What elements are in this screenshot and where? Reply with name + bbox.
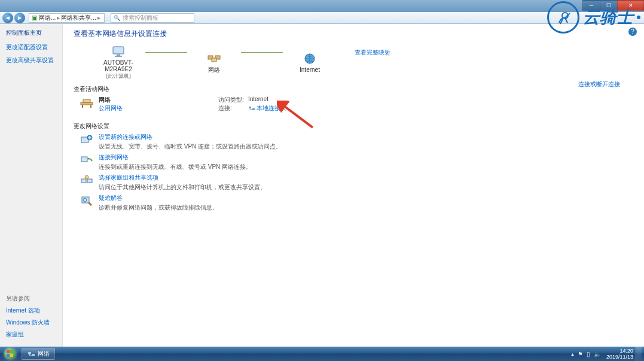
sidebar-footer-label: 另请参阅 [6, 295, 56, 303]
maximize-button[interactable]: ☐ [600, 0, 618, 11]
task-connect-link[interactable]: 连接到网络 [99, 153, 252, 162]
svg-rect-26 [7, 354, 10, 357]
map-line [145, 52, 187, 53]
task-row: 连接到网络 连接到或重新连接到无线、有线、拨号或 VPN 网络连接。 [80, 153, 633, 171]
help-icon[interactable]: ? [628, 28, 637, 36]
node-internet: Internet [283, 52, 337, 73]
control-panel-icon: ▣ [32, 14, 37, 21]
tray-volume-icon[interactable]: 🔈 [594, 351, 601, 357]
svg-rect-0 [113, 47, 124, 54]
sidebar-item-homegroup[interactable]: 家庭组 [6, 330, 56, 339]
svg-rect-18 [81, 179, 86, 183]
access-type-label: 访问类型: [218, 96, 248, 104]
svg-point-20 [85, 175, 88, 179]
troubleshoot-icon [80, 194, 94, 208]
toolbar: ◄ ► ▣ 网络... ▸ 网络和共享... ▸ 🔍 搜索控制面板 [0, 12, 644, 24]
breadcrumb[interactable]: ▣ 网络... ▸ 网络和共享... ▸ [29, 13, 105, 23]
sidebar-footer: 另请参阅 Internet 选项 Windows 防火墙 家庭组 [6, 295, 56, 342]
svg-rect-16 [81, 157, 87, 162]
task-desc: 设置无线、宽带、拨号、临时或 VPN 连接；或设置路由器或访问点。 [99, 142, 282, 151]
node-network: 网络 [187, 51, 241, 74]
sidebar-item-adapter-settings[interactable]: 更改适配器设置 [6, 43, 56, 51]
search-icon: 🔍 [114, 15, 120, 21]
active-networks-heading: 查看活动网络 [74, 85, 633, 93]
search-placeholder: 搜索控制面板 [123, 14, 158, 22]
forward-button[interactable]: ► [14, 13, 25, 23]
network-center-icon [27, 350, 35, 358]
new-connection-icon [80, 133, 94, 147]
tray-time: 14:20 [606, 348, 633, 354]
svg-rect-10 [83, 99, 90, 102]
tray-up-icon[interactable]: ▴ [571, 351, 574, 357]
back-button[interactable]: ◄ [2, 13, 13, 23]
node-computer-sub: (此计算机) [106, 72, 131, 80]
access-type-value: Internet [248, 96, 268, 104]
ethernet-icon [248, 105, 255, 111]
homegroup-icon [80, 174, 94, 188]
breadcrumb-sep: ▸ [97, 14, 100, 21]
main: 控制面板主页 更改适配器设置 更改高级共享设置 另请参阅 Internet 选项… [0, 24, 644, 347]
node-computer: AUTOBVT-M2RA9E2 (此计算机) [91, 45, 145, 80]
computer-icon [111, 45, 126, 58]
breadcrumb-item[interactable]: 网络... [39, 14, 56, 22]
globe-icon [303, 52, 317, 65]
taskbar: 网络 ▴ ⚑ ▯ 🔈 14:20 2019/11/13 [0, 347, 644, 361]
bench-icon [80, 96, 94, 110]
sidebar-item-firewall[interactable]: Windows 防火墙 [6, 318, 56, 327]
minimize-button[interactable]: ─ [582, 0, 600, 11]
svg-rect-28 [28, 352, 31, 354]
active-network-row: 网络 公用网络 访问类型: Internet 连接: 本地连接 ↖ [80, 96, 633, 113]
task-troubleshoot-link[interactable]: 疑难解答 [99, 194, 218, 202]
local-connection-text: 本地连接 [257, 104, 280, 113]
task-row: 选择家庭组和共享选项 访问位于其他网络计算机上的文件和打印机，或更改共享设置。 [80, 174, 633, 192]
breadcrumb-item[interactable]: 网络和共享... [61, 14, 96, 22]
breadcrumb-sep: ▸ [57, 14, 60, 21]
task-desc: 访问位于其他网络计算机上的文件和打印机，或更改共享设置。 [99, 183, 266, 192]
node-network-label: 网络 [208, 66, 220, 74]
node-internet-label: Internet [300, 66, 320, 73]
active-network-name: 网络 [99, 96, 123, 104]
svg-rect-9 [90, 105, 91, 108]
network-icon [207, 51, 221, 65]
taskbar-app-label: 网络 [38, 350, 50, 358]
tray-network-icon[interactable]: ▯ [587, 351, 590, 357]
svg-rect-19 [87, 179, 92, 183]
svg-rect-8 [82, 105, 83, 108]
svg-rect-7 [81, 102, 93, 105]
local-connection-link[interactable]: 本地连接 ↖ [248, 104, 286, 113]
tray-flag-icon[interactable]: ⚑ [578, 351, 583, 357]
nav-arrows: ◄ ► [2, 13, 26, 23]
svg-rect-11 [249, 107, 251, 108]
show-desktop-button[interactable] [636, 347, 642, 361]
task-desc: 诊断并修复网络问题，或获得故障排除信息。 [99, 204, 218, 212]
task-row: 设置新的连接或网络 设置无线、宽带、拨号、临时或 VPN 连接；或设置路由器或访… [80, 133, 633, 151]
node-computer-label: AUTOBVT-M2RA9E2 [91, 59, 145, 72]
task-new-connection-link[interactable]: 设置新的连接或网络 [99, 133, 282, 141]
svg-rect-25 [10, 350, 13, 353]
taskbar-app-network[interactable]: 网络 [22, 348, 55, 360]
network-map: AUTOBVT-M2RA9E2 (此计算机) 网络 Internet 查看完整映… [91, 45, 633, 80]
map-line [241, 52, 283, 53]
svg-point-17 [88, 158, 90, 160]
connect-network-icon [80, 153, 94, 168]
sidebar-item-advanced-sharing[interactable]: 更改高级共享设置 [6, 56, 56, 65]
search-input[interactable]: 🔍 搜索控制面板 [111, 13, 194, 23]
task-homegroup-link[interactable]: 选择家庭组和共享选项 [99, 174, 266, 182]
start-button[interactable] [0, 347, 20, 361]
svg-rect-2 [115, 56, 122, 57]
sidebar: 控制面板主页 更改适配器设置 更改高级共享设置 另请参阅 Internet 选项… [0, 24, 63, 347]
svg-rect-27 [10, 354, 13, 357]
sidebar-item-internet-options[interactable]: Internet 选项 [6, 307, 56, 315]
close-button[interactable]: ✕ [617, 0, 644, 11]
page-title: 查看基本网络信息并设置连接 [74, 29, 633, 39]
svg-rect-1 [117, 54, 120, 56]
connect-disconnect-link[interactable]: 连接或断开连接 [578, 80, 620, 89]
network-type-link[interactable]: 公用网络 [99, 104, 123, 113]
tray-clock[interactable]: 14:20 2019/11/13 [606, 348, 633, 360]
view-full-map-link[interactable]: 查看完整映射 [355, 48, 390, 57]
sidebar-heading: 控制面板主页 [6, 29, 56, 37]
system-tray: ▴ ⚑ ▯ 🔈 14:20 2019/11/13 [569, 347, 644, 361]
svg-rect-5 [212, 58, 216, 62]
content: ? 查看基本网络信息并设置连接 AUTOBVT-M2RA9E2 (此计算机) 网… [63, 24, 644, 347]
task-desc: 连接到或重新连接到无线、有线、拨号或 VPN 网络连接。 [99, 163, 252, 171]
